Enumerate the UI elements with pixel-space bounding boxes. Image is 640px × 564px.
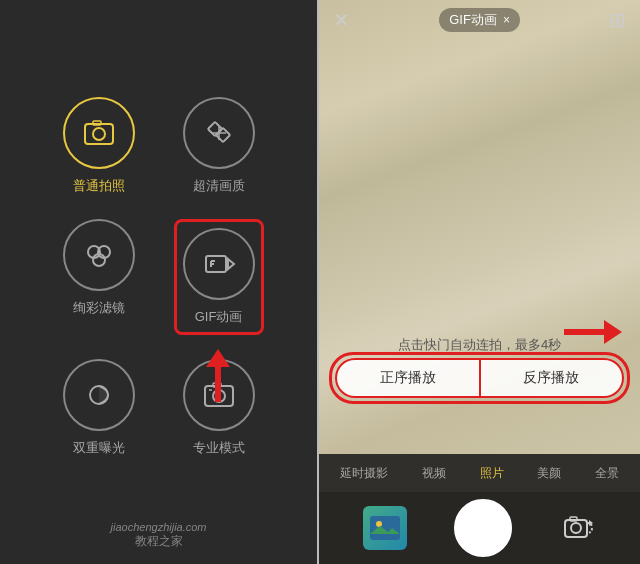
right-arrow-shaft: [564, 329, 604, 335]
watermark-url: jiaochengzhijia.com: [0, 521, 317, 533]
tab-timelapse[interactable]: 延时摄影: [334, 461, 394, 486]
mode-dual[interactable]: 双重曝光: [54, 359, 144, 457]
dual-icon-circle: [63, 359, 135, 431]
gif-border: GIF动画: [174, 219, 264, 335]
camera-flip-icon[interactable]: [559, 509, 597, 547]
mode-grid: 普通拍照 超清画质 绚彩滤镜: [54, 97, 264, 457]
gif-video-icon: [202, 247, 236, 281]
gif-icon-circle: [183, 228, 255, 300]
bottom-tabs: 延时摄影 视频 照片 美颜 全景: [319, 454, 640, 492]
right-arrow-head: [604, 320, 622, 344]
gif-tag: GIF动画 ×: [439, 8, 520, 32]
camera-icon: [82, 116, 116, 150]
grid-icon[interactable]: ⊞: [609, 8, 626, 32]
playback-area: 正序播放 反序播放: [319, 358, 640, 398]
svg-marker-11: [228, 259, 234, 269]
gallery-thumbnail[interactable]: [363, 506, 407, 550]
arrow-head: [206, 349, 230, 367]
mode-color[interactable]: 绚彩滤镜: [54, 219, 144, 335]
watermark-name: 教程之家: [0, 533, 317, 550]
arrow-shaft: [215, 367, 221, 402]
svg-point-24: [571, 523, 581, 533]
watermark: jiaochengzhijia.com 教程之家: [0, 521, 317, 550]
flip-camera-svg: [563, 513, 593, 543]
viewfinder: ✕ GIF动画 × ⊞ 点击快门自动连拍，最多4秒 正序播放 反序播放: [319, 0, 640, 454]
reverse-play-button[interactable]: 反序播放: [480, 358, 624, 398]
tab-panorama[interactable]: 全景: [589, 461, 625, 486]
mode-hd[interactable]: 超清画质: [174, 97, 264, 195]
top-bar: ✕ GIF动画 × ⊞: [319, 0, 640, 40]
tab-video[interactable]: 视频: [416, 461, 452, 486]
dual-label: 双重曝光: [73, 439, 125, 457]
svg-point-21: [376, 521, 382, 527]
normal-icon-circle: [63, 97, 135, 169]
dual-icon: [82, 378, 116, 412]
right-panel: ✕ GIF动画 × ⊞ 点击快门自动连拍，最多4秒 正序播放 反序播放 延时摄影…: [319, 0, 640, 564]
gif-tag-close[interactable]: ×: [503, 13, 510, 27]
normal-label: 普通拍照: [73, 177, 125, 195]
filter-icon: [82, 238, 116, 272]
tab-beauty[interactable]: 美颜: [531, 461, 567, 486]
pro-label: 专业模式: [193, 439, 245, 457]
diamond-icon: [202, 116, 236, 150]
camera-controls: [319, 492, 640, 564]
svg-rect-3: [207, 122, 221, 136]
hd-label: 超清画质: [193, 177, 245, 195]
gif-label: GIF动画: [195, 308, 243, 326]
color-icon-circle: [63, 219, 135, 291]
gif-tag-label: GIF动画: [449, 11, 497, 29]
hd-icon-circle: [183, 97, 255, 169]
red-arrow-up: [206, 349, 230, 402]
left-panel: 普通拍照 超清画质 绚彩滤镜: [0, 0, 317, 564]
svg-rect-10: [206, 256, 226, 272]
shutter-button[interactable]: [454, 499, 512, 557]
svg-rect-4: [215, 128, 229, 142]
red-arrow-right: [564, 320, 622, 344]
svg-point-1: [93, 128, 105, 140]
svg-rect-20: [370, 516, 400, 540]
tab-photo[interactable]: 照片: [474, 461, 510, 486]
bolt-icon[interactable]: ✕: [333, 8, 350, 32]
forward-play-button[interactable]: 正序播放: [335, 358, 479, 398]
gallery-icon: [370, 516, 400, 540]
mode-gif[interactable]: GIF动画: [174, 219, 264, 335]
mode-normal[interactable]: 普通拍照: [54, 97, 144, 195]
color-label: 绚彩滤镜: [73, 299, 125, 317]
